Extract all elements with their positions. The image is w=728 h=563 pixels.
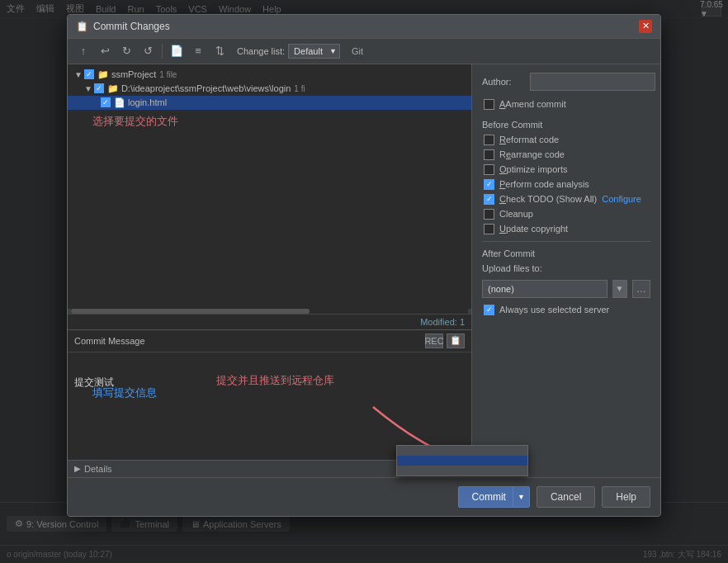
commit-msg-btn-copy[interactable]: 📋 <box>447 334 465 348</box>
tree-checkbox-folder[interactable]: ✓ <box>94 83 104 93</box>
annotation-select-files: 选择要提交的文件 <box>92 114 178 129</box>
update-copyright-label: Update copyright <box>499 224 568 234</box>
commit-input-area: 提交测试 填写提交信息 <box>68 352 471 460</box>
dropdown-item-create-patch[interactable] <box>397 466 527 475</box>
upload-dropdown[interactable]: ▼ <box>612 280 627 298</box>
upload-extra-btn[interactable]: … <box>632 280 650 298</box>
before-commit-label: Before Commit <box>482 120 650 130</box>
dialog-toolbar: ↑ ↩ ↻ ↺ 📄 ≡ ⇅ Change list: Default ▼ Git <box>68 39 660 64</box>
modified-indicator: Modified: 1 <box>68 314 471 329</box>
commit-msg-btn-rec[interactable]: REC <box>425 334 443 348</box>
amend-commit-checkbox[interactable] <box>484 99 494 110</box>
tree-checkbox-file[interactable]: ✓ <box>101 97 111 107</box>
toolbar-btn-upload[interactable]: ↑ <box>74 42 92 60</box>
rearrange-code-checkbox[interactable] <box>484 149 494 160</box>
dropdown-item-commit[interactable] <box>397 446 527 456</box>
author-input[interactable] <box>530 73 655 91</box>
commit-dropdown-arrow-icon[interactable]: ▼ <box>513 487 529 507</box>
html-file-icon: 📄 <box>114 97 125 108</box>
tree-arrow-root: ▼ <box>74 70 83 79</box>
always-use-server-label: Always use selected server <box>499 305 609 315</box>
dialog-footer: Commit ▼ Cancel Help <box>68 477 660 516</box>
changelist-label: Change list: <box>237 46 285 56</box>
rearrange-code-label: Rearrange code <box>499 149 565 159</box>
dialog-title: 📋 Commit Changes <box>76 21 170 32</box>
optimize-imports-checkbox[interactable] <box>484 164 494 175</box>
toolbar-btn-list[interactable]: ≡ <box>189 42 207 60</box>
always-use-server-row: ✓ Always use selected server <box>482 305 650 315</box>
check-todo-row: ✓ Check TODO (Show All) Configure <box>482 194 650 205</box>
amend-commit-label: AAmend commit <box>499 99 566 109</box>
reformat-code-checkbox[interactable] <box>484 135 494 145</box>
commit-dialog: 📋 Commit Changes ✕ ↑ ↩ ↻ ↺ 📄 ≡ ⇅ Change … <box>67 14 661 517</box>
commit-button[interactable]: Commit ▼ <box>458 486 530 508</box>
left-panel: ▼ ✓ 📁 ssmProject 1 file ▼ ✓ 📁 D:\ideapro… <box>68 64 472 477</box>
cancel-button[interactable]: Cancel <box>537 486 595 508</box>
optimize-imports-label: Optimize imports <box>499 164 568 174</box>
check-todo-label: Check TODO (Show All) <box>499 194 597 204</box>
code-analysis-checkbox[interactable]: ✓ <box>484 179 494 190</box>
tree-item-root[interactable]: ▼ ✓ 📁 ssmProject 1 file <box>68 68 471 82</box>
configure-link[interactable]: Configure <box>602 194 641 204</box>
right-panel: Author: ▼ AAmend commit Before Commit Re… <box>472 64 660 477</box>
commit-message-input[interactable]: 提交测试 <box>68 352 471 452</box>
check-todo-checkbox[interactable]: ✓ <box>484 194 494 205</box>
author-row: Author: ▼ <box>482 73 650 91</box>
tree-arrow-folder: ▼ <box>84 84 92 93</box>
rearrange-code-row: Rearrange code <box>482 149 650 160</box>
toolbar-btn-sort[interactable]: ⇅ <box>210 42 229 60</box>
upload-select-row: ▼ … <box>482 280 650 298</box>
tree-checkbox-root[interactable]: ✓ <box>84 69 94 79</box>
code-analysis-row: ✓ Perform code analysis <box>482 179 650 190</box>
upload-label: Upload files to: <box>482 263 542 273</box>
toolbar-btn-refresh[interactable]: ↩ <box>96 42 114 60</box>
commit-message-header: Commit Message REC 📋 <box>68 330 471 352</box>
details-label: Details <box>84 464 112 474</box>
tree-root-badge: 1 file <box>159 70 177 79</box>
details-arrow-icon: ▶ <box>74 464 81 473</box>
tree-folder-name: D:\ideaproject\ssmProject\web\views\logi… <box>121 83 291 93</box>
dialog-titlebar: 📋 Commit Changes ✕ <box>68 15 660 39</box>
optimize-imports-row: Optimize imports <box>482 164 650 175</box>
changelist-arrow-icon: ▼ <box>329 47 337 55</box>
tree-item-folder[interactable]: ▼ ✓ 📁 D:\ideaproject\ssmProject\web\view… <box>68 82 471 96</box>
always-use-server-checkbox[interactable]: ✓ <box>484 305 494 315</box>
subfolder-icon: 📁 <box>107 83 119 94</box>
modal-overlay: 📋 Commit Changes ✕ ↑ ↩ ↻ ↺ 📄 ≡ ⇅ Change … <box>0 0 728 563</box>
tree-root-name: ssmProject <box>111 69 156 79</box>
update-copyright-row: Update copyright <box>482 224 650 234</box>
upload-row: Upload files to: <box>482 263 650 273</box>
close-button[interactable]: ✕ <box>639 20 652 33</box>
reformat-code-label: Reformat code <box>499 135 559 144</box>
toolbar-btn-undo[interactable]: ↺ <box>139 42 157 60</box>
upload-select-input[interactable] <box>482 280 607 298</box>
file-tree: ▼ ✓ 📁 ssmProject 1 file ▼ ✓ 📁 D:\ideapro… <box>68 64 471 309</box>
commit-message-tools: REC 📋 <box>425 334 465 348</box>
tree-file-name: login.html <box>128 97 167 107</box>
cleanup-row: Cleanup <box>482 209 650 220</box>
dialog-body: ▼ ✓ 📁 ssmProject 1 file ▼ ✓ 📁 D:\ideapro… <box>68 64 660 477</box>
git-label: Git <box>352 46 363 56</box>
cleanup-checkbox[interactable] <box>484 209 494 220</box>
folder-icon: 📁 <box>97 69 109 80</box>
reformat-code-row: Reformat code <box>482 135 650 145</box>
code-analysis-label: Perform code analysis <box>499 179 589 189</box>
cleanup-label: Cleanup <box>499 209 533 219</box>
toolbar-separator <box>162 44 163 59</box>
toolbar-btn-diff[interactable]: 📄 <box>168 42 186 60</box>
help-button[interactable]: Help <box>602 486 650 508</box>
dialog-icon: 📋 <box>76 21 88 32</box>
after-commit-label: After Commit <box>482 248 650 258</box>
commit-message-label: Commit Message <box>74 336 145 346</box>
toolbar-btn-sync[interactable]: ↻ <box>117 42 135 60</box>
tree-folder-badge: 1 fi <box>294 84 305 93</box>
dropdown-item-commit-push[interactable] <box>397 456 527 466</box>
author-label: Author: <box>482 77 523 87</box>
amend-commit-row: AAmend commit <box>482 99 650 110</box>
panel-divider <box>482 241 650 242</box>
changelist-select[interactable]: Default ▼ <box>288 44 340 59</box>
update-copyright-checkbox[interactable] <box>484 224 494 234</box>
commit-message-area: Commit Message REC 📋 提交测试 填写提交信息 <box>68 329 471 460</box>
tree-item-file[interactable]: ✓ 📄 login.html <box>68 96 471 110</box>
commit-dropdown-menu <box>396 445 528 476</box>
